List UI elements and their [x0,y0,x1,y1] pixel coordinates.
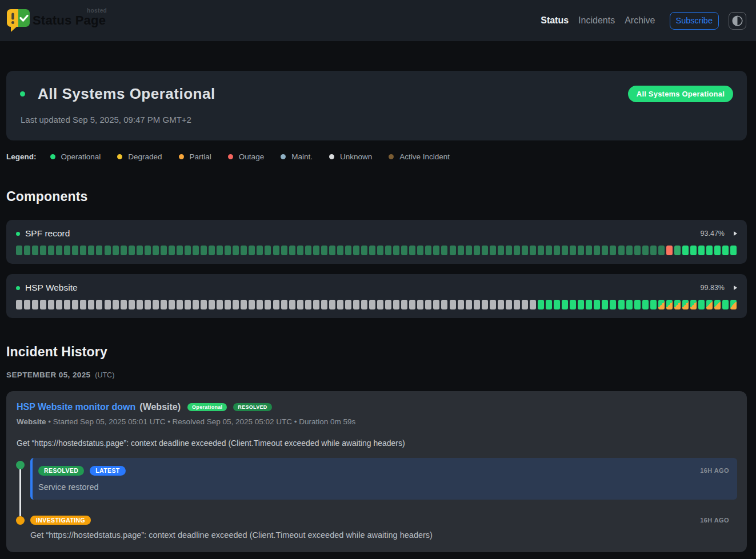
nav-status[interactable]: Status [541,15,569,26]
uptime-bar-up-dim[interactable] [594,246,600,255]
uptime-bar-up-dim[interactable] [305,246,311,255]
theme-toggle-button[interactable] [729,12,746,30]
uptime-bar-empty[interactable] [305,300,311,309]
uptime-bar-up-dim[interactable] [417,246,423,255]
uptime-bar-empty[interactable] [425,300,431,309]
uptime-bar-up-dim[interactable] [209,246,215,255]
uptime-bar-empty[interactable] [145,300,151,309]
uptime-bar-up-dim[interactable] [265,246,271,255]
uptime-bar-mixed[interactable] [658,300,665,309]
uptime-bar-up-dim[interactable] [425,246,431,255]
uptime-bar-empty[interactable] [88,300,94,309]
uptime-bar-up[interactable] [706,246,713,255]
uptime-bar-up-dim[interactable] [337,246,343,255]
uptime-bar-empty[interactable] [169,300,175,309]
uptime-bar-empty[interactable] [377,300,383,309]
uptime-bar-up-dim[interactable] [113,246,119,255]
uptime-bar-up-dim[interactable] [602,246,608,255]
uptime-bar-up-dim[interactable] [72,246,78,255]
uptime-bar-up-dim[interactable] [313,246,319,255]
uptime-bar-empty[interactable] [64,300,70,309]
uptime-bar-up-dim[interactable] [273,246,279,255]
uptime-bar-up-dim[interactable] [450,246,456,255]
uptime-bar-empty[interactable] [417,300,423,309]
uptime-bar-up-dim[interactable] [121,246,127,255]
uptime-bar-up-dim[interactable] [56,246,62,255]
uptime-bar-empty[interactable] [185,300,191,309]
uptime-bar-up-dim[interactable] [610,246,616,255]
uptime-bar-up-dim[interactable] [522,246,528,255]
uptime-bar-empty[interactable] [113,300,119,309]
uptime-bar-empty[interactable] [137,300,143,309]
uptime-bar-up-dim[interactable] [64,246,70,255]
uptime-bar-mixed[interactable] [706,300,713,309]
uptime-bar-up-dim[interactable] [377,246,383,255]
uptime-bar-empty[interactable] [441,300,447,309]
uptime-bar-up[interactable] [682,246,689,255]
uptime-bar-up[interactable] [610,300,616,309]
uptime-bar-up-dim[interactable] [409,246,415,255]
uptime-bar-up-dim[interactable] [40,246,46,255]
uptime-bar-empty[interactable] [530,300,536,309]
uptime-bar-up-dim[interactable] [161,246,167,255]
uptime-bar-empty[interactable] [209,300,215,309]
incident-title-link[interactable]: HSP Website monitor down [17,402,135,412]
uptime-bar-up-dim[interactable] [345,246,351,255]
uptime-bar-up-dim[interactable] [353,246,359,255]
uptime-bar-empty[interactable] [482,300,488,309]
uptime-bar-up-dim[interactable] [433,246,439,255]
uptime-bar-up-dim[interactable] [32,246,38,255]
uptime-bar-up-dim[interactable] [634,246,641,255]
uptime-bar-up-dim[interactable] [530,246,536,255]
uptime-bar-up[interactable] [690,246,697,255]
uptime-bar-up-dim[interactable] [441,246,447,255]
uptime-bar-up-dim[interactable] [281,246,287,255]
uptime-bar-empty[interactable] [393,300,399,309]
uptime-bar-up-dim[interactable] [658,246,665,255]
uptime-bar-empty[interactable] [369,300,375,309]
uptime-bar-up-dim[interactable] [105,246,111,255]
uptime-bar-up-dim[interactable] [321,246,327,255]
uptime-bar-up-dim[interactable] [96,246,102,255]
uptime-bar-up-dim[interactable] [458,246,464,255]
uptime-bar-up-dim[interactable] [626,246,633,255]
uptime-bar-mixed[interactable] [674,300,681,309]
uptime-bar-empty[interactable] [490,300,496,309]
uptime-bar-up-dim[interactable] [578,246,584,255]
uptime-bar-empty[interactable] [201,300,207,309]
uptime-bar-up[interactable] [578,300,584,309]
uptime-bar-empty[interactable] [506,300,512,309]
uptime-bar-up-dim[interactable] [401,246,407,255]
uptime-bar-up[interactable] [602,300,608,309]
uptime-bar-mixed[interactable] [714,300,721,309]
uptime-bar-up[interactable] [634,300,641,309]
uptime-bar-up-dim[interactable] [185,246,191,255]
uptime-bar-up[interactable] [698,246,705,255]
uptime-bar-up-dim[interactable] [201,246,207,255]
uptime-bar-up-dim[interactable] [169,246,175,255]
uptime-bar-up[interactable] [730,246,737,255]
uptime-bar-up[interactable] [626,300,633,309]
uptime-bar-empty[interactable] [281,300,287,309]
uptime-bar-empty[interactable] [40,300,46,309]
uptime-bar-up-dim[interactable] [490,246,496,255]
uptime-bar-empty[interactable] [433,300,439,309]
uptime-bar-empty[interactable] [329,300,335,309]
uptime-bar-empty[interactable] [450,300,456,309]
uptime-bar-empty[interactable] [177,300,183,309]
uptime-bar-up-dim[interactable] [514,246,520,255]
uptime-bar-empty[interactable] [289,300,295,309]
uptime-bar-empty[interactable] [385,300,391,309]
uptime-bar-up-dim[interactable] [24,246,30,255]
uptime-bar-mixed[interactable] [730,300,737,309]
uptime-bar-up-dim[interactable] [193,246,199,255]
uptime-bar-up-dim[interactable] [650,246,657,255]
uptime-bar-empty[interactable] [225,300,231,309]
uptime-bar-up-dim[interactable] [48,246,54,255]
uptime-bar-up-dim[interactable] [586,246,592,255]
uptime-bar-empty[interactable] [297,300,303,309]
uptime-bar-up-dim[interactable] [546,246,552,255]
uptime-bar-empty[interactable] [193,300,199,309]
uptime-bar-empty[interactable] [265,300,271,309]
uptime-bar-up-dim[interactable] [241,246,247,255]
